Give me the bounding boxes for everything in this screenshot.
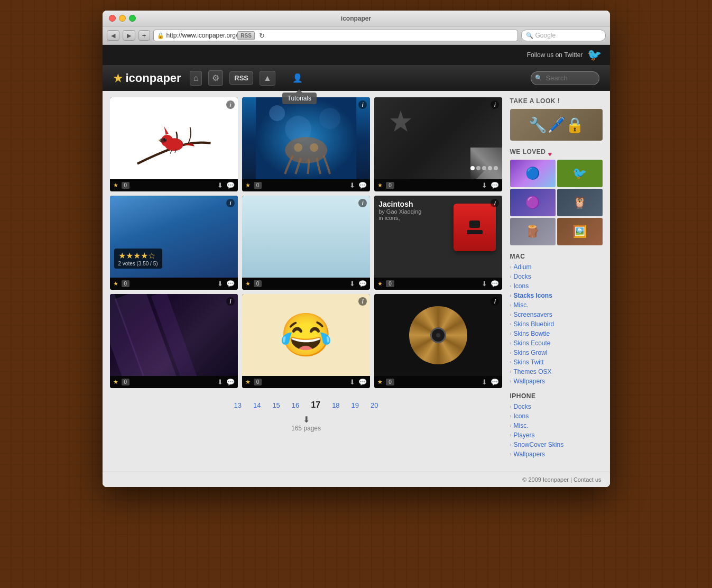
download-icon-3[interactable]: ⬇ — [482, 181, 487, 189]
misc-link[interactable]: Misc. — [514, 301, 529, 309]
nav-misc[interactable]: › Misc. — [510, 300, 603, 310]
comment-icon-4[interactable]: 💬 — [226, 280, 235, 288]
grid-item-6[interactable]: Jacintosh by Gao Xiaoqing in icons, — [374, 196, 502, 290]
nav-skins-growl[interactable]: › Skins Growl — [510, 348, 603, 357]
take-a-look-image[interactable]: 🔧🖊️🔒 — [510, 109, 603, 141]
minimize-button[interactable] — [119, 15, 126, 22]
loved-item-3[interactable]: 🟣 — [510, 189, 556, 216]
twitter-bird-icon[interactable]: 🐦 — [587, 48, 602, 62]
page-14-button[interactable]: 14 — [249, 400, 265, 411]
forward-button[interactable]: ▶ — [123, 30, 135, 41]
grid-item-7[interactable]: i ★ 0 ⬇ 💬 — [110, 294, 238, 388]
nav-wallpapers-mac[interactable]: › Wallpapers — [510, 376, 603, 386]
grid-item-4[interactable]: ★★★★☆ 2 votes (3.50 / 5) i ★ 0 ⬇ 💬 — [110, 196, 238, 290]
nav-skins-ecoute[interactable]: › Skins Ecoute — [510, 338, 603, 348]
download-icon-4[interactable]: ⬇ — [217, 280, 223, 288]
nav-iphone-misc[interactable]: › Misc. — [510, 421, 603, 430]
nav-iphone-docks[interactable]: › Docks — [510, 402, 603, 411]
download-icon-9[interactable]: ⬇ — [482, 378, 487, 386]
page-16-button[interactable]: 16 — [288, 400, 303, 411]
nav-iphone-icons[interactable]: › Icons — [510, 411, 603, 421]
skins-bluebird-link[interactable]: Skins Bluebird — [514, 320, 554, 328]
grid-item-9[interactable]: i ★ 0 ⬇ 💬 — [374, 294, 502, 388]
page-13-button[interactable]: 13 — [229, 400, 245, 411]
download-icon-7[interactable]: ⬇ — [217, 378, 223, 386]
refresh-button[interactable]: ↻ — [257, 30, 267, 41]
comment-icon-2[interactable]: 💬 — [358, 181, 367, 189]
site-logo[interactable]: ★ iconpaper — [113, 71, 181, 85]
grid-item-3[interactable]: i ★ 0 ⬇ 💬 — [374, 97, 502, 191]
themes-osx-link[interactable]: Themes OSX — [514, 368, 552, 375]
info-badge-1[interactable]: i — [226, 100, 235, 109]
google-search[interactable]: 🔍 Google — [521, 30, 606, 41]
docks-link[interactable]: Docks — [514, 273, 531, 280]
download-icon-2[interactable]: ⬇ — [349, 181, 355, 189]
download-icon-5[interactable]: ⬇ — [349, 280, 355, 288]
maximize-button[interactable] — [129, 15, 136, 22]
iphone-icons-link[interactable]: Icons — [514, 412, 529, 420]
nav-skins-bluebird[interactable]: › Skins Bluebird — [510, 319, 603, 329]
nav-adium[interactable]: › Adium — [510, 262, 603, 272]
nav-skins-twitt[interactable]: › Skins Twitt — [510, 357, 603, 367]
skins-growl-link[interactable]: Skins Growl — [514, 349, 548, 356]
nav-skins-bowtie[interactable]: › Skins Bowtie — [510, 329, 603, 338]
grid-item-5[interactable]: i ★ 0 ⬇ 💬 — [242, 196, 370, 290]
stacks-icons-link[interactable]: Stacks Icons — [514, 292, 552, 299]
screensavers-link[interactable]: Screensavers — [514, 311, 552, 318]
page-20-button[interactable]: 20 — [366, 400, 382, 411]
comment-icon-6[interactable]: 💬 — [491, 280, 499, 288]
nav-screensavers[interactable]: › Screensavers — [510, 310, 603, 319]
loved-item-6[interactable]: 🖼️ — [557, 218, 603, 245]
home-nav-button[interactable]: ⌂ — [190, 71, 202, 86]
new-tab-button[interactable]: + — [138, 30, 150, 41]
page-18-button[interactable]: 18 — [328, 400, 344, 411]
loved-item-4[interactable]: 🦉 — [557, 189, 603, 216]
comment-icon-7[interactable]: 💬 — [226, 378, 235, 386]
rss-badge[interactable]: RSS — [237, 31, 255, 40]
page-17-button[interactable]: 17 — [307, 399, 325, 411]
icons-link[interactable]: Icons — [514, 282, 529, 290]
skins-twitt-link[interactable]: Skins Twitt — [514, 359, 544, 366]
user-nav-button[interactable]: 👤 — [292, 73, 303, 83]
iphone-wallpapers-link[interactable]: Wallpapers — [514, 451, 545, 458]
nav-icons[interactable]: › Icons — [510, 281, 603, 291]
nav-iphone-players[interactable]: › Players — [510, 430, 603, 440]
rss-nav-button[interactable]: RSS — [229, 71, 253, 85]
upload-nav-button[interactable]: ▲ — [260, 71, 275, 86]
close-button[interactable] — [109, 15, 116, 22]
nav-snowcover[interactable]: › SnowCover Skins — [510, 440, 603, 449]
adium-link[interactable]: Adium — [514, 263, 532, 271]
skins-ecoute-link[interactable]: Skins Ecoute — [514, 339, 551, 347]
nav-stacks-icons[interactable]: › Stacks Icons — [510, 291, 603, 300]
page-19-button[interactable]: 19 — [347, 400, 363, 411]
comment-icon-5[interactable]: 💬 — [358, 280, 367, 288]
grid-item-2[interactable]: i ★ 0 ⬇ 💬 — [242, 97, 370, 191]
wallpapers-mac-link[interactable]: Wallpapers — [514, 378, 545, 385]
comment-icon-3[interactable]: 💬 — [491, 181, 499, 189]
back-button[interactable]: ◀ — [107, 30, 119, 41]
grid-item-8[interactable]: 😂 i ★ 0 ⬇ 💬 — [242, 294, 370, 388]
settings-nav-button[interactable]: ⚙ — [208, 70, 223, 86]
nav-iphone-wallpapers[interactable]: › Wallpapers — [510, 449, 603, 459]
skins-bowtie-link[interactable]: Skins Bowtie — [514, 330, 550, 337]
download-icon-6[interactable]: ⬇ — [482, 280, 487, 288]
loved-item-2[interactable]: 🐦 — [557, 160, 603, 187]
iphone-misc-link[interactable]: Misc. — [514, 422, 529, 429]
comment-icon-9[interactable]: 💬 — [491, 378, 499, 386]
url-bar[interactable]: 🔒 http://www.iconpaper.org/ RSS ↻ — [153, 30, 518, 41]
iphone-players-link[interactable]: Players — [514, 431, 535, 439]
loved-item-5[interactable]: 🪵 — [510, 218, 556, 245]
download-icon-1[interactable]: ⬇ — [217, 181, 223, 189]
comment-icon-8[interactable]: 💬 — [358, 378, 367, 386]
info-badge-7[interactable]: i — [226, 297, 235, 306]
nav-docks[interactable]: › Docks — [510, 272, 603, 281]
grid-item-1[interactable]: i ★ 0 ⬇ 💬 — [110, 97, 238, 191]
loved-item-1[interactable]: 🔵 — [510, 160, 556, 187]
comment-icon-1[interactable]: 💬 — [226, 181, 235, 189]
iphone-docks-link[interactable]: Docks — [514, 403, 531, 410]
snowcover-link[interactable]: SnowCover Skins — [514, 441, 564, 448]
nav-themes-osx[interactable]: › Themes OSX — [510, 367, 603, 376]
page-15-button[interactable]: 15 — [268, 400, 284, 411]
info-badge-4[interactable]: i — [226, 199, 235, 207]
download-icon-8[interactable]: ⬇ — [349, 378, 355, 386]
